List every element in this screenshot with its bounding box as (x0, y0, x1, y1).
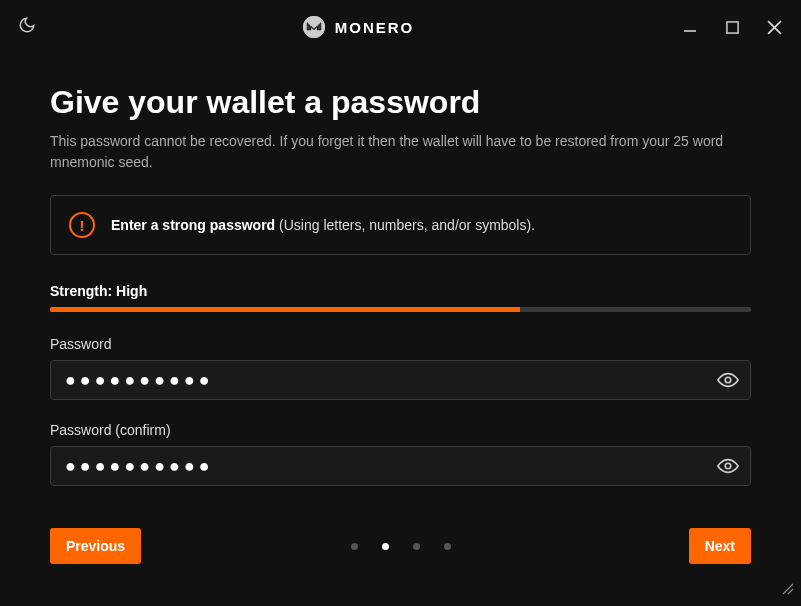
maximize-button[interactable] (723, 18, 741, 36)
dark-mode-icon[interactable] (18, 16, 36, 38)
wizard-dot[interactable] (382, 543, 389, 550)
password-input[interactable] (50, 360, 751, 400)
wizard-dot[interactable] (413, 543, 420, 550)
brand-name: MONERO (335, 19, 415, 36)
svg-point-0 (303, 16, 325, 38)
wizard-footer: Previous Next (50, 528, 751, 564)
page-title: Give your wallet a password (50, 84, 751, 121)
password-label: Password (50, 336, 751, 352)
next-button[interactable]: Next (689, 528, 751, 564)
strength-label: Strength: High (50, 283, 751, 299)
strength-fill (50, 307, 520, 312)
minimize-button[interactable] (681, 18, 699, 36)
main-content: Give your wallet a password This passwor… (0, 54, 801, 486)
hint-box: ! Enter a strong password (Using letters… (50, 195, 751, 255)
svg-line-7 (783, 584, 793, 594)
eye-icon[interactable] (717, 455, 739, 477)
wizard-dots (351, 543, 451, 550)
titlebar: MONERO (0, 0, 801, 54)
strength-bar (50, 307, 751, 312)
svg-point-6 (725, 463, 731, 469)
close-button[interactable] (765, 18, 783, 36)
eye-icon[interactable] (717, 369, 739, 391)
password-confirm-label: Password (confirm) (50, 422, 751, 438)
password-confirm-input[interactable] (50, 446, 751, 486)
wizard-dot[interactable] (351, 543, 358, 550)
hint-bold: Enter a strong password (111, 217, 275, 233)
hint-rest: (Using letters, numbers, and/or symbols)… (275, 217, 535, 233)
monero-logo-icon (303, 16, 325, 38)
svg-point-5 (725, 377, 731, 383)
svg-line-8 (788, 589, 793, 594)
previous-button[interactable]: Previous (50, 528, 141, 564)
resize-handle-icon[interactable] (781, 582, 795, 600)
wizard-dot[interactable] (444, 543, 451, 550)
warning-icon: ! (69, 212, 95, 238)
svg-rect-2 (726, 21, 737, 32)
page-subtitle: This password cannot be recovered. If yo… (50, 131, 751, 173)
hint-text: Enter a strong password (Using letters, … (111, 217, 535, 233)
